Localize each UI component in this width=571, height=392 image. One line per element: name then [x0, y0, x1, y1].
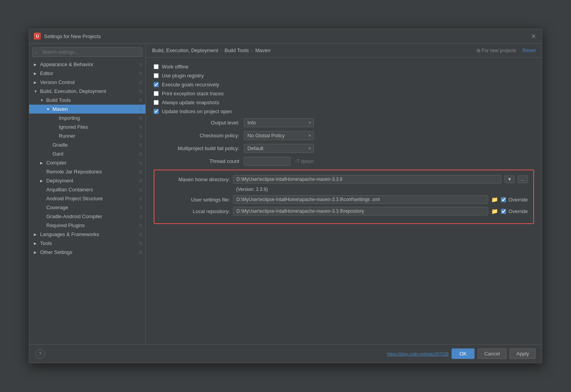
checkbox-update-indices-row: Update Indices on project open — [154, 108, 534, 114]
maven-home-row: Maven home directory: ▼ … — [160, 175, 528, 184]
sidebar-item-runner[interactable]: Runner ⎘ — [29, 131, 145, 140]
copy-icon: ⎘ — [140, 250, 142, 255]
local-repo-override-label[interactable]: Override — [508, 208, 528, 214]
checksum-policy-select[interactable]: No Global Policy Warn Fail — [244, 131, 314, 140]
multiproject-row: Multiproject build fail policy: Default … — [154, 144, 534, 153]
checkbox-work-offline-label[interactable]: Work offline — [162, 64, 188, 70]
output-level-row: Output level: Info Debug Quiet — [154, 118, 534, 127]
checkbox-execute-goals[interactable] — [154, 82, 159, 87]
sidebar-item-appearance[interactable]: ▶ Appearance & Behavior ⎘ — [29, 60, 145, 69]
arrow-icon: ▶ — [34, 80, 39, 84]
sidebar-item-version-control[interactable]: ▶ Version Control ⎘ — [29, 78, 145, 87]
copy-icon: ⎘ — [140, 80, 142, 85]
close-button[interactable]: ✕ — [529, 32, 537, 40]
checkbox-update-indices-label[interactable]: Update Indices on project open — [162, 108, 232, 114]
copy-icon: ⎘ — [140, 98, 142, 103]
copy-icon: ⎘ — [140, 196, 142, 201]
app-icon: U — [34, 33, 41, 40]
user-settings-override-label[interactable]: Override — [508, 197, 528, 203]
cancel-button[interactable]: Cancel — [478, 348, 506, 359]
sidebar-item-gradle[interactable]: Gradle ⎘ — [29, 140, 145, 149]
checkbox-print-exceptions-row: Print exception stack traces — [154, 91, 534, 96]
checkbox-always-update-label[interactable]: Always update snapshots — [162, 100, 219, 105]
help-button[interactable]: ? — [35, 349, 45, 359]
user-settings-input[interactable] — [233, 195, 488, 204]
checkbox-always-update[interactable] — [154, 100, 159, 105]
sidebar-item-label: Coverage — [46, 205, 68, 210]
user-settings-override-checkbox[interactable] — [501, 197, 506, 202]
checkbox-use-plugin[interactable] — [154, 73, 159, 78]
checkbox-print-exceptions-label[interactable]: Print exception stack traces — [162, 91, 224, 96]
settings-dialog: U Settings for New Projects ✕ ⌕ ▶ Appear… — [29, 29, 542, 363]
checkbox-execute-goals-label[interactable]: Execute goals recursively — [162, 82, 219, 88]
ok-button[interactable]: OK — [452, 348, 475, 359]
sidebar-item-build-tools[interactable]: ▼ Build Tools ⎘ — [29, 96, 145, 105]
title-bar: U Settings for New Projects ✕ — [29, 29, 542, 44]
maven-home-dropdown-btn[interactable]: ▼ — [504, 175, 515, 183]
arrow-icon: ▶ — [34, 63, 39, 66]
arrow-icon: ▼ — [46, 107, 51, 111]
sidebar-item-tools[interactable]: ▶ Tools ⎘ — [29, 239, 145, 248]
checkbox-work-offline[interactable] — [154, 64, 159, 69]
checkbox-print-exceptions[interactable] — [154, 91, 159, 96]
sidebar-item-label: Importing — [59, 115, 80, 121]
sidebar-item-other-settings[interactable]: ▶ Other Settings ⎘ — [29, 248, 145, 257]
copy-icon: ⎘ — [140, 232, 142, 237]
copy-icon: ⎘ — [140, 205, 142, 210]
sidebar-item-languages[interactable]: ▶ Languages & Frameworks ⎘ — [29, 230, 145, 239]
arrow-icon: ▶ — [34, 233, 39, 236]
user-settings-label: User settings file: — [160, 197, 230, 203]
sidebar-item-remote-jar[interactable]: Remote Jar Repositories ⎘ — [29, 167, 145, 176]
multiproject-select[interactable]: Default Always Never — [244, 144, 314, 153]
local-repo-override-row: Override — [501, 208, 528, 214]
search-box: ⌕ — [32, 47, 142, 57]
checkbox-always-update-row: Always update snapshots — [154, 100, 534, 105]
arrow-icon: ▶ — [40, 161, 45, 165]
dialog-title: Settings for New Projects — [44, 33, 101, 39]
sidebar-item-label: Android Project Structure — [46, 196, 103, 201]
sidebar-item-arquillian[interactable]: Arquillian Containers ⎘ — [29, 185, 145, 194]
reset-link[interactable]: Reset — [522, 47, 536, 53]
local-repo-override-checkbox[interactable] — [501, 209, 506, 214]
sidebar-item-build-exec-deploy[interactable]: ▼ Build, Execution, Deployment ⎘ — [29, 87, 145, 96]
title-bar-left: U Settings for New Projects — [34, 33, 101, 40]
sidebar-item-label: Languages & Frameworks — [40, 231, 99, 237]
sidebar-item-android-project[interactable]: Android Project Structure ⎘ — [29, 194, 145, 203]
sidebar-item-label: Other Settings — [40, 249, 72, 255]
user-settings-folder-icon: 📁 — [491, 196, 498, 203]
maven-home-input[interactable] — [233, 175, 501, 184]
sidebar-item-required-plugins[interactable]: Required Plugins ⎘ — [29, 221, 145, 230]
sidebar-item-gant[interactable]: Gant ⎘ — [29, 149, 145, 158]
sidebar-item-label: Maven — [53, 106, 68, 112]
sidebar-item-maven[interactable]: ▼ Maven ⎘ — [29, 105, 145, 114]
checkbox-use-plugin-label[interactable]: Use plugin registry — [162, 73, 204, 79]
output-level-select[interactable]: Info Debug Quiet — [244, 118, 314, 127]
sidebar: ⌕ ▶ Appearance & Behavior ⎘ ▶ Editor ⎘ ▶… — [29, 44, 146, 344]
local-repo-input[interactable] — [233, 207, 488, 215]
apply-button[interactable]: Apply — [510, 348, 536, 359]
copy-icon: ⎘ — [140, 71, 142, 76]
sidebar-item-label: Ignored Files — [59, 124, 88, 130]
search-input[interactable] — [32, 47, 142, 57]
copy-icon: ⎘ — [140, 170, 142, 174]
sidebar-item-label: Gant — [53, 151, 63, 157]
sidebar-item-editor[interactable]: ▶ Editor ⎘ — [29, 69, 145, 78]
maven-home-browse-btn[interactable]: … — [518, 175, 528, 183]
breadcrumb-right: ⊞ For new projects Reset — [476, 47, 536, 53]
sidebar-item-coverage[interactable]: Coverage ⎘ — [29, 203, 145, 212]
sidebar-item-label: Build, Execution, Deployment — [40, 88, 106, 94]
thread-count-row: Thread count -T option — [154, 157, 534, 166]
sidebar-item-importing[interactable]: Importing ⎘ — [29, 114, 145, 122]
sidebar-item-compiler[interactable]: ▶ Compiler ⎘ — [29, 158, 145, 167]
sidebar-item-deployment[interactable]: ▶ Deployment ⎘ — [29, 176, 145, 185]
arrow-icon: ▼ — [34, 89, 39, 93]
status-url[interactable]: https://blog.csdn.net/xiao297328 — [387, 352, 448, 356]
sidebar-item-ignored-files[interactable]: Ignored Files ⎘ — [29, 122, 145, 131]
copy-icon: ⎘ — [140, 125, 142, 130]
copy-icon: ⎘ — [140, 107, 142, 112]
multiproject-select-wrap: Default Always Never — [244, 144, 314, 153]
sidebar-item-label: Build Tools — [46, 97, 71, 103]
checkbox-update-indices[interactable] — [154, 109, 159, 114]
sidebar-item-gradle-android[interactable]: Gradle-Android Compiler ⎘ — [29, 212, 145, 221]
thread-count-input[interactable] — [244, 157, 291, 166]
